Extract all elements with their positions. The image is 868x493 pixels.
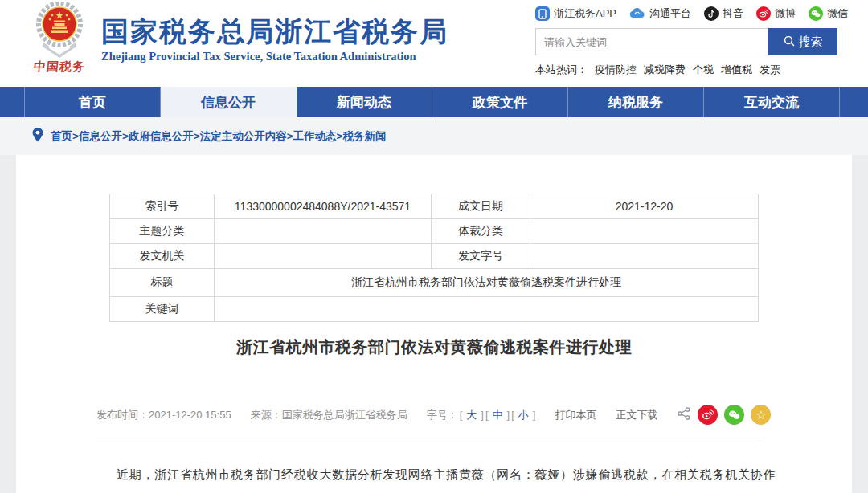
nav-fill — [840, 87, 868, 117]
breadcrumb[interactable]: 首页>信息公开>政府信息公开>法定主动公开内容>工作动态>税务新闻 — [51, 129, 386, 144]
weibo-icon — [756, 6, 771, 21]
nav-tab-tax-service[interactable]: 纳税服务 — [568, 87, 704, 117]
meta-value-keywords — [215, 297, 759, 322]
nav-tab-home[interactable]: 首页 — [25, 87, 161, 117]
site-subtitle: Zhejiang Provincial Tax Service, State T… — [101, 50, 448, 63]
font-size-small-button[interactable]: 小 — [516, 408, 531, 422]
main-nav: 首页 信息公开 新闻动态 政策文件 纳税服务 互动交流 — [0, 87, 868, 117]
download-text-button[interactable]: 正文下载 — [616, 408, 657, 422]
site-titles: 国家税务总局浙江省税务局 Zhejiang Provincial Tax Ser… — [101, 16, 448, 63]
publish-time: 发布时间： 2021-12-20 15:55 — [96, 408, 231, 422]
share-wechat-icon[interactable] — [724, 405, 744, 425]
hot-word[interactable]: 发票 — [760, 63, 780, 77]
publish-time-value: 2021-12-20 15:55 — [149, 409, 231, 421]
meta-label: 索引号 — [110, 194, 215, 219]
search-icon — [784, 35, 795, 49]
nav-spacer — [0, 87, 25, 117]
tax-emblem-icon — [33, 47, 86, 60]
hot-word[interactable]: 增值税 — [721, 63, 752, 77]
meta-value — [530, 244, 759, 269]
share-icon[interactable] — [677, 406, 691, 423]
article-title: 浙江省杭州市税务部门依法对黄薇偷逃税案件进行处理 — [16, 336, 852, 358]
meta-label: 体裁分类 — [432, 219, 530, 244]
social-label: 微信 — [827, 6, 848, 21]
article-body: 近期，浙江省杭州市税务部门经税收大数据分析发现网络主播黄薇（网名：薇娅）涉嫌偷逃… — [92, 459, 776, 493]
hot-word[interactable]: 个税 — [693, 63, 714, 77]
nav-tab-interaction[interactable]: 互动交流 — [704, 87, 840, 117]
print-page-button[interactable]: 打印本页 — [555, 408, 596, 422]
douyin-icon — [704, 6, 719, 21]
site-header: 中国税务 国家税务总局浙江省税务局 Zhejiang Provincial Ta… — [0, 0, 868, 87]
cloud-icon — [629, 7, 645, 21]
document-meta-table: 索引号 11330000002484088Y/2021-43571 成文日期 2… — [109, 194, 759, 322]
meta-value — [530, 219, 759, 244]
search-input[interactable] — [535, 28, 768, 55]
site-search: 搜索 — [535, 28, 837, 55]
meta-label: 成文日期 — [432, 194, 530, 219]
social-label: 浙江税务APP — [554, 6, 616, 21]
article-meta-row: 发布时间： 2021-12-20 15:55 来源： 国家税务总局浙江省税务局 … — [96, 405, 762, 438]
share-weibo-icon[interactable] — [698, 405, 718, 425]
meta-value — [215, 244, 432, 269]
font-size-large-button[interactable]: 大 — [464, 408, 479, 422]
link-douyin[interactable]: 抖音 — [704, 6, 743, 21]
link-wechat[interactable]: 微信 — [809, 6, 848, 21]
social-label: 抖音 — [723, 6, 743, 21]
breadcrumb-band: 首页>信息公开>政府信息公开>法定主动公开内容>工作动态>税务新闻 — [0, 117, 868, 155]
social-label: 微博 — [775, 6, 796, 21]
link-communication-platform[interactable]: 沟通平台 — [629, 6, 691, 21]
nav-tab-news[interactable]: 新闻动态 — [297, 87, 432, 117]
source-value: 国家税务总局浙江省税务局 — [282, 408, 407, 422]
social-label: 沟通平台 — [649, 6, 691, 21]
table-row: 标题 浙江省杭州市税务部门依法对黄薇偷逃税案件进行处理 — [110, 269, 759, 297]
meta-label: 发文机关 — [110, 244, 215, 269]
hot-word[interactable]: 疫情防控 — [595, 63, 637, 77]
meta-label: 标题 — [110, 269, 215, 297]
link-tax-app[interactable]: 浙江税务APP — [535, 6, 616, 21]
table-row: 关键词 — [110, 297, 759, 322]
font-size-control: 字号： [大] [中] [小] — [427, 408, 536, 422]
page-background: 索引号 11330000002484088Y/2021-43571 成文日期 2… — [0, 155, 868, 493]
location-pin-icon — [32, 128, 43, 145]
article-source: 来源： 国家税务总局浙江省税务局 — [251, 408, 407, 422]
publish-time-label: 发布时间： — [96, 408, 149, 422]
nav-tab-info-disclosure[interactable]: 信息公开 — [161, 87, 297, 117]
meta-value-title: 浙江省杭州市税务部门依法对黄薇偷逃税案件进行处理 — [215, 269, 759, 297]
meta-label: 关键词 — [110, 297, 215, 322]
source-label: 来源： — [251, 408, 282, 422]
table-row: 发文机关 发文字号 — [110, 244, 759, 269]
share-buttons: ☆ — [677, 405, 771, 425]
content-card: 索引号 11330000002484088Y/2021-43571 成文日期 2… — [16, 155, 852, 493]
search-button-label: 搜索 — [799, 35, 823, 50]
site-title: 国家税务总局浙江省税务局 — [101, 16, 448, 47]
search-button[interactable]: 搜索 — [768, 28, 837, 55]
meta-label: 主题分类 — [110, 219, 215, 244]
app-icon — [535, 6, 550, 21]
table-row: 索引号 11330000002484088Y/2021-43571 成文日期 2… — [110, 194, 759, 219]
share-qzone-icon[interactable]: ☆ — [751, 405, 771, 425]
social-links: 浙江税务APP 沟通平台 抖音 微博 — [535, 5, 837, 22]
meta-label: 发文字号 — [432, 244, 530, 269]
table-row: 主题分类 体裁分类 — [110, 219, 759, 244]
logo-caption: 中国税务 — [22, 59, 97, 75]
nav-tab-policy[interactable]: 政策文件 — [432, 87, 568, 117]
font-size-label: 字号： — [427, 408, 458, 422]
hot-words-label: 本站热词： — [535, 63, 588, 77]
wechat-icon — [809, 6, 823, 21]
meta-value-issue-date: 2021-12-20 — [530, 194, 759, 219]
hot-word[interactable]: 减税降费 — [644, 63, 686, 77]
meta-value-index-number: 11330000002484088Y/2021-43571 — [215, 194, 432, 219]
meta-value — [215, 219, 432, 244]
link-weibo[interactable]: 微博 — [756, 6, 796, 21]
font-size-medium-button[interactable]: 中 — [490, 408, 506, 422]
hot-words: 本站热词： 疫情防控 减税降费 个税 增值税 发票 — [535, 63, 837, 77]
site-logo[interactable]: 中国税务 — [23, 2, 96, 75]
